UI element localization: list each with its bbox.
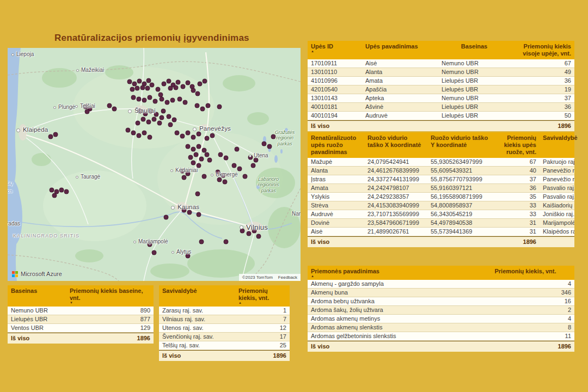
table-row[interactable]: Ardomas gelžbetoninis slenkstis11: [308, 332, 574, 341]
column-header[interactable]: Baseinas: [438, 41, 510, 59]
cell: 49: [510, 68, 574, 77]
column-header[interactable]: Ruožo vidurio taško X koordinatė: [364, 132, 427, 158]
place-marker: [53, 106, 56, 109]
map-labels-layer: LiepojaMažeikiaiPlungėTelšiaiKlaipėdaŠia…: [8, 48, 301, 281]
table-row[interactable]: 42010540ApaščiaLielupės UBR19: [308, 85, 574, 94]
map-label-city-large: Vilnius: [246, 223, 268, 231]
map-label-water: rios: [8, 188, 13, 194]
cell: 36: [510, 77, 574, 85]
cell: 54,4978940538: [427, 219, 494, 228]
cell: Lielupės UBR: [438, 77, 510, 85]
column-header[interactable]: Priemonių kiekis upės ruože, vnt.: [494, 132, 540, 158]
column-header[interactable]: Ruožo vidurio taško Y koordinatė: [427, 132, 494, 158]
cell: 17: [235, 333, 290, 341]
cell: Pasvalio raj. sav.: [540, 193, 574, 201]
table-row[interactable]: Ardomas akmenų slenkstis8: [308, 323, 574, 332]
header-row: Upės ID▲Upės pavadinimasBaseinasPriemoni…: [308, 41, 574, 59]
total-label: Iš viso: [159, 350, 235, 361]
column-header[interactable]: Priemonių kiekis baseine, vnt.▼: [66, 285, 154, 307]
cell: 40010194: [308, 112, 362, 120]
sort-asc-icon: ▲: [238, 302, 286, 304]
total-value: 1896: [476, 341, 574, 352]
table-row[interactable]: Audruvė23,710713556999956,343054521933Jo…: [308, 210, 574, 219]
column-header[interactable]: Priemonių kiekis visoje upėje, vnt.: [510, 41, 574, 59]
table-row[interactable]: Ventos UBR129: [8, 324, 154, 333]
cell: Pasvalio raj. sav.: [540, 184, 574, 193]
table-row[interactable]: 40010194AudruvėLielupės UBR50: [308, 112, 574, 120]
table-row[interactable]: Akmenų buna346: [308, 289, 574, 297]
map-label-water: ršių: [8, 180, 13, 186]
header-row: Renatūralizuoto upės ruožo pavadinimasRu…: [308, 132, 574, 158]
sort-asc-icon: ▲: [311, 50, 359, 53]
table-row[interactable]: Alanta24,461267683999955,609543932140Pan…: [308, 167, 574, 175]
column-header[interactable]: Priemonių kiekis, vnt.: [476, 266, 574, 280]
table-row[interactable]: 13010110AlantaNemuno UBR49: [308, 68, 574, 77]
table-row[interactable]: Ardoma bebrų užtvanka16: [308, 297, 574, 306]
table-row[interactable]: Įstras24,337274413199955,875677079399937…: [308, 175, 574, 184]
table-row[interactable]: Švenčionių raj. sav.17: [159, 333, 290, 341]
basins-table: BaseinasPriemonių kiekis baseine, vnt.▼N…: [8, 285, 154, 344]
column-header[interactable]: Baseinas: [8, 285, 66, 307]
table-row[interactable]: 41010996AmataLielupės UBR36: [308, 77, 574, 85]
cell: Utenos raj. sav.: [159, 324, 235, 333]
cell: 7: [235, 315, 290, 324]
table-row[interactable]: Lielupės UBR877: [8, 315, 154, 324]
cell: 24,3372744131999: [364, 175, 427, 184]
cell: Klaipėdos raj. sav.: [540, 228, 574, 236]
cell: [540, 236, 574, 247]
column-header[interactable]: Savivaldybė: [540, 132, 574, 158]
cell: 24,2424798107: [364, 184, 427, 193]
table-row[interactable]: Aisė21,489902676155,573944136931Klaipėdo…: [308, 228, 574, 236]
column-header[interactable]: Upės ID▲: [308, 41, 362, 59]
total-label: Iš viso: [308, 341, 476, 352]
cell: 36: [494, 184, 540, 193]
cell: [362, 120, 438, 131]
place-marker: [75, 105, 78, 108]
brand-text: Microsoft Azure: [21, 271, 62, 277]
table-row[interactable]: Telšių raj. sav.25: [159, 341, 290, 350]
map-label-region: KALININGRADO SRITIS: [13, 233, 79, 238]
table-row[interactable]: Akmenų - gargždo sampyla4: [308, 280, 574, 289]
map[interactable]: LiepojaMažeikiaiPlungėTelšiaiKlaipėdaŠia…: [8, 48, 301, 281]
municipalities-table: SavivaldybėPriemonių kiekis, vnt.▲Zarasų…: [159, 285, 290, 361]
table-row[interactable]: Yslykis24,242923835756,195589087199935Pa…: [308, 193, 574, 201]
table-row[interactable]: Ardoma šakų, žolių užtvara2: [308, 306, 574, 315]
cell: 42010540: [308, 85, 362, 94]
table-row[interactable]: 13010143AptekaNemuno UBR37: [308, 94, 574, 103]
cell: 19: [510, 85, 574, 94]
column-header[interactable]: Renatūralizuoto upės ruožo pavadinimas: [308, 132, 364, 158]
cell: 37: [510, 94, 574, 103]
column-header[interactable]: Savivaldybė: [159, 285, 235, 307]
cell: 56,3430545219: [427, 210, 494, 219]
cell: 35: [494, 193, 540, 201]
table-row[interactable]: 17010911AisėNemuno UBR67: [308, 59, 574, 68]
total-value: 1896: [235, 350, 290, 361]
cell: Nemuno UBR: [438, 59, 510, 68]
table-row[interactable]: Amata24,242479810755,916039712136Pasvali…: [308, 184, 574, 193]
cell: 25: [235, 341, 290, 350]
table-row[interactable]: Dovinė23,584796067199954,497894053831Mar…: [308, 219, 574, 228]
table-row[interactable]: Nemuno UBR890: [8, 307, 154, 315]
table-row[interactable]: Zarasų raj. sav.1: [159, 307, 290, 315]
column-header[interactable]: Priemonės pavadinimas▲: [308, 266, 476, 280]
cell: Ventos UBR: [8, 324, 66, 333]
cell: 24,0795424941: [364, 158, 427, 167]
column-header[interactable]: Upės pavadinimas: [362, 41, 438, 59]
cell: 56,1955890871999: [427, 193, 494, 201]
table-row[interactable]: Strėva24,415308394099954,800895893733Kai…: [308, 201, 574, 210]
cell: 129: [66, 324, 154, 333]
cell: 36: [510, 103, 574, 112]
table-row[interactable]: Mažupė24,079542494155,930526349799967Pak…: [308, 158, 574, 167]
feedback-link[interactable]: Feedback: [278, 275, 297, 280]
cell: Telšių raj. sav.: [159, 341, 235, 350]
column-header[interactable]: Priemonių kiekis, vnt.▲: [235, 285, 290, 307]
table-row[interactable]: 40010181AšvinėLielupės UBR36: [308, 103, 574, 112]
map-label-town: Alytus: [176, 249, 191, 255]
table-row[interactable]: Ardomas akmenų metinys4: [308, 315, 574, 323]
table-row[interactable]: Utenos raj. sav.12: [159, 324, 290, 333]
map-label-partial: Nar: [292, 211, 301, 217]
sort-desc-icon: ▼: [70, 302, 150, 304]
cell: 2: [476, 306, 574, 315]
cell: Panevėžio raj. sav.: [540, 175, 574, 184]
table-row[interactable]: Vilniaus raj. sav.7: [159, 315, 290, 324]
